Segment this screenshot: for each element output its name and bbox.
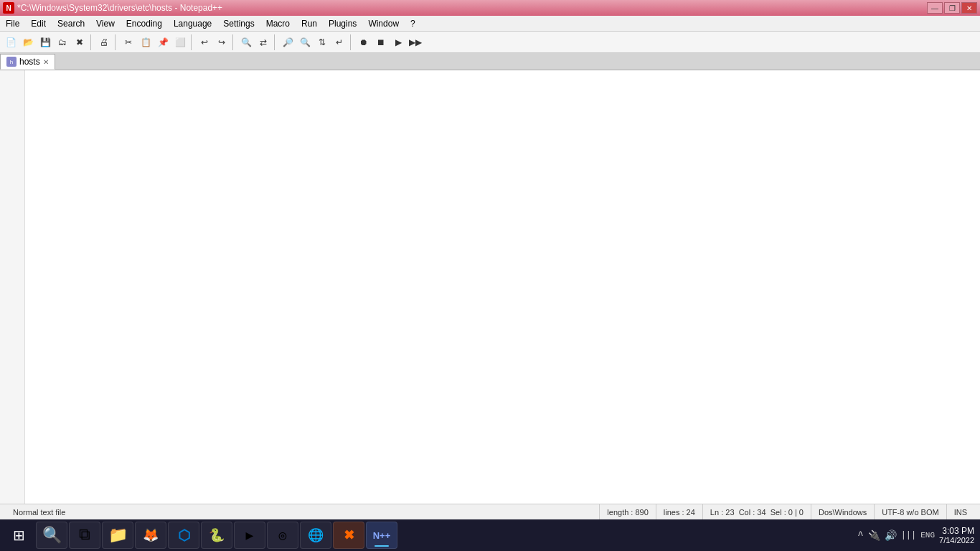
title-text: *C:\Windows\System32\drivers\etc\hosts -…: [17, 3, 222, 13]
toolbar-sep-1: [90, 34, 93, 50]
status-file-type: Normal text file: [6, 504, 600, 519]
tab-hosts-label: hosts: [19, 57, 40, 67]
find-button[interactable]: 🔍: [238, 34, 254, 50]
status-length: length : 890: [600, 504, 656, 519]
cut-button[interactable]: ✂: [121, 34, 136, 50]
close-button[interactable]: ✕: [961, 2, 977, 14]
tab-bar: h hosts ✕: [0, 53, 980, 70]
app-icon: N: [3, 2, 14, 14]
run-button[interactable]: ▶▶: [407, 34, 423, 50]
select-all-button[interactable]: ⬜: [172, 34, 188, 50]
replace-button[interactable]: ⇄: [255, 34, 271, 50]
macro-stop-button[interactable]: ⏹: [373, 34, 389, 50]
redo-button[interactable]: ↪: [214, 34, 230, 50]
save-all-button[interactable]: 🗂: [55, 34, 70, 50]
status-encoding: UTF-8 w/o BOM: [875, 504, 946, 519]
menu-macro[interactable]: Macro: [260, 16, 296, 31]
code-area[interactable]: [25, 70, 980, 504]
macro-record-button[interactable]: ⏺: [356, 34, 372, 50]
title-bar-buttons: — ❐ ✕: [927, 2, 977, 14]
minimize-button[interactable]: —: [927, 2, 943, 14]
status-ln: Ln : 23 Col : 34 Sel : 0 | 0: [703, 504, 811, 519]
line-numbers: [0, 70, 25, 504]
status-bar: Normal text file length : 890 lines : 24…: [0, 504, 980, 519]
menu-encoding[interactable]: Encoding: [121, 16, 168, 31]
toolbar-sep-5: [274, 34, 277, 50]
menu-view[interactable]: View: [90, 16, 121, 31]
menu-window[interactable]: Window: [362, 16, 405, 31]
undo-button[interactable]: ↩: [197, 34, 212, 50]
title-bar: N *C:\Windows\System32\drivers\etc\hosts…: [0, 0, 980, 16]
menu-bar: File Edit Search View Encoding Language …: [0, 16, 980, 32]
close-button-tb[interactable]: ✖: [72, 34, 88, 50]
menu-edit[interactable]: Edit: [25, 16, 52, 31]
word-wrap-button[interactable]: ↵: [331, 34, 347, 50]
toolbar-sep-3: [191, 34, 194, 50]
editor-container: [0, 70, 980, 504]
zoom-in-button[interactable]: 🔎: [280, 34, 296, 50]
toolbar-sep-4: [232, 34, 235, 50]
copy-button[interactable]: 📋: [138, 34, 154, 50]
status-eol: Dos\Windows: [811, 504, 875, 519]
status-ins: INS: [947, 504, 974, 519]
macro-play-button[interactable]: ▶: [390, 34, 406, 50]
save-button[interactable]: 💾: [37, 34, 53, 50]
menu-help[interactable]: ?: [405, 16, 421, 31]
tab-hosts[interactable]: h hosts ✕: [0, 54, 55, 70]
print-button[interactable]: 🖨: [96, 34, 112, 50]
new-button[interactable]: 📄: [3, 34, 19, 50]
title-bar-left: N *C:\Windows\System32\drivers\etc\hosts…: [3, 2, 222, 14]
tab-hosts-icon: h: [6, 57, 17, 67]
status-lines: lines : 24: [656, 504, 703, 519]
tab-hosts-close[interactable]: ✕: [43, 58, 49, 66]
menu-run[interactable]: Run: [296, 16, 323, 31]
toolbar-sep-6: [350, 34, 353, 50]
open-button[interactable]: 📂: [20, 34, 36, 50]
sync-scroll-button[interactable]: ⇅: [314, 34, 330, 50]
paste-button[interactable]: 📌: [155, 34, 171, 50]
menu-settings[interactable]: Settings: [217, 16, 260, 31]
menu-file[interactable]: File: [0, 16, 25, 31]
menu-plugins[interactable]: Plugins: [323, 16, 362, 31]
restore-button[interactable]: ❐: [944, 2, 960, 14]
menu-language[interactable]: Language: [168, 16, 217, 31]
menu-search[interactable]: Search: [52, 16, 90, 31]
toolbar: 📄 📂 💾 🗂 ✖ 🖨 ✂ 📋 📌 ⬜ ↩ ↪ 🔍 ⇄ 🔎 🔍 ⇅ ↵ ⏺ ⏹ …: [0, 32, 980, 53]
zoom-out-button[interactable]: 🔍: [297, 34, 313, 50]
toolbar-sep-2: [115, 34, 118, 50]
